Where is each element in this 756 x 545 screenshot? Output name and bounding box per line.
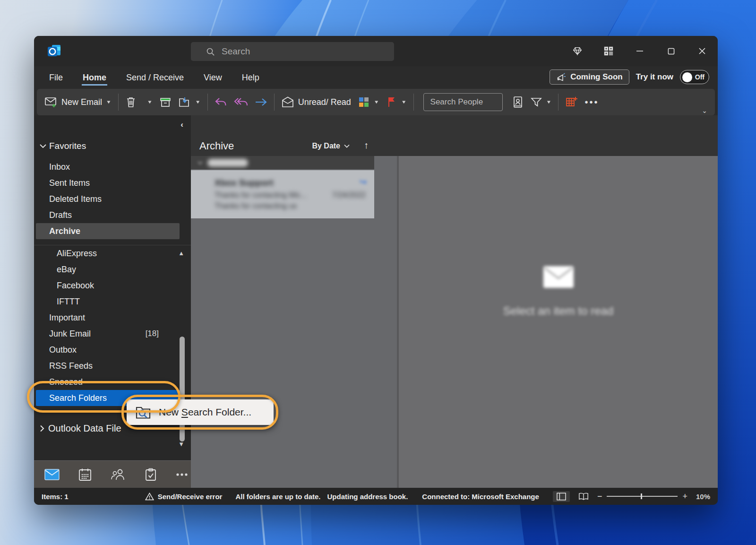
scrollbar-up-icon[interactable]: ▲ <box>178 250 184 257</box>
favorites-header[interactable]: Favorites <box>40 141 191 151</box>
filter-email-button[interactable]: ▼ <box>530 96 552 108</box>
scrollbar-down-icon[interactable]: ▼ <box>178 441 184 448</box>
sidebar-item-ifttt[interactable]: IFTTT <box>36 294 180 310</box>
coming-soon-toggle[interactable]: Off <box>680 70 709 84</box>
email-preview-2: Thanks for contacting us <box>215 202 366 210</box>
zoom-handle[interactable] <box>641 493 642 499</box>
address-book-button[interactable] <box>512 96 524 109</box>
people-nav-icon[interactable] <box>111 468 126 481</box>
categorize-button[interactable]: ▼ <box>358 96 379 108</box>
premium-diamond-icon[interactable] <box>562 36 593 66</box>
table-plus-icon <box>565 96 578 108</box>
filter-icon <box>530 96 542 108</box>
annotation-ring-context-menu <box>121 395 278 430</box>
items-count: Items: 1 <box>42 493 69 501</box>
tasks-nav-icon[interactable] <box>145 468 157 481</box>
normal-view-button[interactable] <box>553 491 570 502</box>
delete-button[interactable]: ▼ <box>125 96 153 108</box>
sidebar-item-rss-feeds[interactable]: RSS Feeds <box>36 358 180 374</box>
menu-view[interactable]: View <box>203 70 223 86</box>
mail-nav-icon[interactable] <box>44 469 60 480</box>
search-input[interactable]: Search <box>191 42 394 61</box>
message-list: Archive By Date ↑ Xbox Support Thanks fo… <box>191 115 395 488</box>
open-envelope-icon <box>281 96 294 108</box>
outlook-logo-icon <box>46 43 62 59</box>
message-list-title: Archive <box>199 140 234 152</box>
outlook-window: Search File <box>34 36 718 505</box>
minimize-button[interactable] <box>624 36 655 66</box>
empty-state-text: Select an item to read <box>503 304 613 318</box>
apps-grid-icon[interactable] <box>593 36 624 66</box>
sidebar-item-sent-items[interactable]: Sent Items <box>36 175 180 191</box>
archive-icon <box>159 96 172 108</box>
categorize-icon <box>358 96 370 108</box>
zoom-slider[interactable]: − + <box>597 492 687 502</box>
reading-view-button[interactable] <box>578 493 589 501</box>
sidebar-item-archive[interactable]: Archive <box>36 223 180 239</box>
zoom-track[interactable] <box>607 496 678 497</box>
menu-file[interactable]: File <box>48 70 64 86</box>
search-people-input[interactable]: Search People <box>423 93 503 111</box>
move-to-button[interactable]: ▼ <box>178 96 201 108</box>
send-receive-error[interactable]: Send/Receive error <box>158 493 223 501</box>
sidebar-item-ebay[interactable]: eBay <box>36 261 180 277</box>
filter-dropdown-icon[interactable]: ▼ <box>546 99 552 104</box>
menu-home[interactable]: Home <box>82 70 107 86</box>
delete-dropdown-icon[interactable]: ▼ <box>147 99 153 104</box>
sidebar-item-inbox[interactable]: Inbox <box>36 159 180 175</box>
follow-up-dropdown-icon[interactable]: ▼ <box>401 99 407 104</box>
sidebar-item-important[interactable]: Important <box>36 310 180 326</box>
ribbon-toolbar: New Email ▼ ▼ ▼ <box>37 89 715 115</box>
categorize-dropdown-icon[interactable]: ▼ <box>374 99 379 104</box>
sidebar-item-junk-email[interactable]: Junk Email [18] <box>36 326 180 342</box>
menu-send-receive[interactable]: Send / Receive <box>125 70 185 86</box>
close-button[interactable] <box>687 36 718 66</box>
new-email-button[interactable]: New Email ▼ <box>44 96 112 108</box>
try-it-now-label: Try it now <box>636 72 673 82</box>
megaphone-icon <box>556 73 566 82</box>
ribbon-collapse-icon[interactable]: ⌄ <box>702 107 707 114</box>
search-icon <box>206 47 215 56</box>
sidebar-item-facebook[interactable]: Facebook <box>36 277 180 294</box>
zoom-out-button[interactable]: − <box>597 492 602 502</box>
group-label-blurred <box>207 159 248 167</box>
more-modules-icon[interactable] <box>176 473 188 476</box>
reply-all-button[interactable] <box>234 96 248 108</box>
connection-status: Connected to: Microsoft Exchange <box>422 493 539 501</box>
sidebar-item-drafts[interactable]: Drafts <box>36 207 180 223</box>
follow-up-flag-icon <box>386 96 397 108</box>
chevron-right-icon <box>40 425 44 432</box>
reply-button[interactable] <box>215 96 227 108</box>
more-commands-button[interactable]: ••• <box>584 97 599 108</box>
sort-dropdown[interactable]: By Date <box>312 142 350 150</box>
zoom-in-button[interactable]: + <box>682 492 687 502</box>
status-bar: Items: 1 Send/Receive error All folders … <box>34 488 718 505</box>
pane-collapse-icon[interactable]: ‹ <box>180 120 183 130</box>
forward-button[interactable] <box>255 97 267 107</box>
follow-up-button[interactable]: ▼ <box>386 96 407 108</box>
calendar-nav-icon[interactable] <box>78 468 92 481</box>
sidebar-item-outbox[interactable]: Outbox <box>36 342 180 358</box>
sort-ascending-icon[interactable]: ↑ <box>364 140 369 151</box>
unread-read-button[interactable]: Unread/ Read <box>281 96 351 108</box>
reply-icon <box>215 96 227 108</box>
reading-pane: Select an item to read <box>399 156 718 488</box>
address-book-status: Updating address book. <box>327 493 408 501</box>
folder-pane: ‹ Favorites Inbox Sent Items Deleted Ite… <box>34 115 191 488</box>
move-to-dropdown-icon[interactable]: ▼ <box>195 99 201 104</box>
search-people-placeholder: Search People <box>430 97 483 107</box>
sidebar-item-deleted-items[interactable]: Deleted Items <box>36 191 180 207</box>
toggle-state-label: Off <box>695 73 704 81</box>
sidebar-item-aliexpress[interactable]: AliExpress <box>36 245 180 261</box>
message-group-header[interactable] <box>191 156 374 169</box>
maximize-button[interactable] <box>655 36 687 66</box>
onenote-table-button[interactable] <box>565 96 578 108</box>
menu-help[interactable]: Help <box>241 70 260 86</box>
new-email-dropdown-icon[interactable]: ▼ <box>106 99 112 104</box>
new-email-label: New Email <box>61 97 102 107</box>
chevron-down-icon <box>198 161 203 164</box>
coming-soon-button[interactable]: Coming Soon <box>550 69 629 85</box>
archive-button[interactable] <box>159 96 172 108</box>
email-list-item[interactable]: Xbox Support Thanks for contacting Mic..… <box>191 170 374 218</box>
junk-email-count-badge: [18] <box>146 329 159 338</box>
